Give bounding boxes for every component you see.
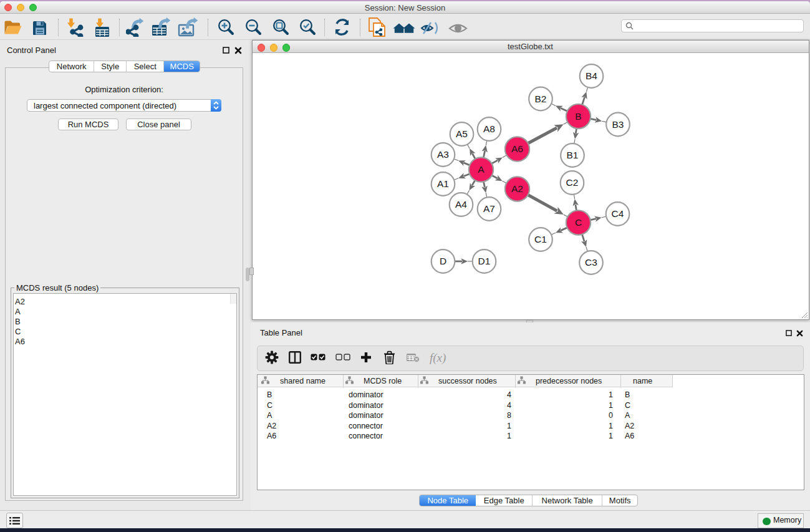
svg-text:A4: A4	[455, 199, 467, 210]
svg-text:C4: C4	[611, 208, 624, 219]
svg-text:A7: A7	[483, 203, 495, 214]
svg-text:B1: B1	[566, 150, 578, 160]
svg-text:A: A	[478, 164, 485, 175]
svg-text:A6: A6	[511, 143, 523, 154]
svg-text:B2: B2	[534, 94, 546, 104]
svg-text:C: C	[574, 217, 581, 228]
svg-text:C3: C3	[585, 257, 597, 268]
svg-text:A2: A2	[511, 183, 523, 194]
svg-text:C1: C1	[534, 234, 547, 244]
svg-text:A5: A5	[456, 128, 468, 139]
svg-text:D: D	[439, 256, 446, 266]
svg-text:B: B	[575, 111, 581, 122]
svg-text:B4: B4	[586, 70, 597, 81]
svg-text:D1: D1	[478, 256, 490, 266]
svg-text:C2: C2	[566, 177, 578, 188]
svg-text:A3: A3	[437, 149, 449, 160]
svg-text:A8: A8	[483, 123, 495, 134]
svg-text:A1: A1	[437, 178, 449, 189]
svg-text:B3: B3	[612, 119, 624, 130]
